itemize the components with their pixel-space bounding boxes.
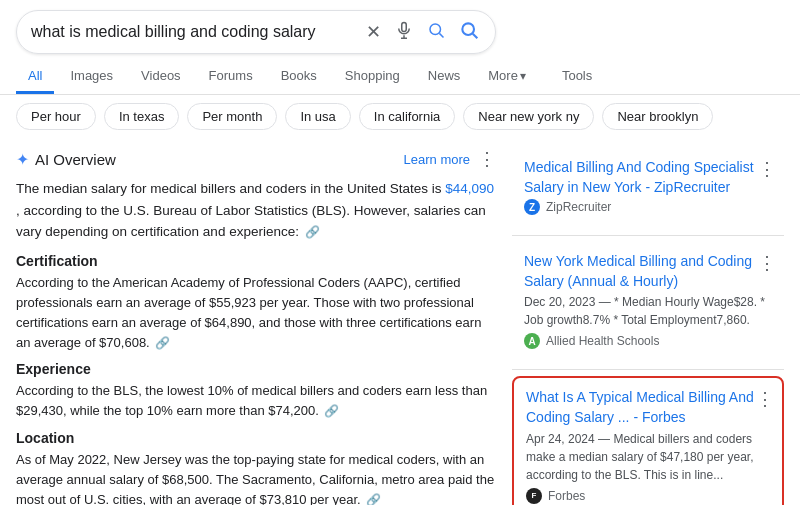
- lens-icon[interactable]: [425, 19, 447, 46]
- card-menu-2[interactable]: ⋮: [758, 252, 776, 274]
- nav-tabs: All Images Videos Forums Books Shopping …: [0, 54, 800, 95]
- result-card-1[interactable]: Medical Billing And Coding Specialist Sa…: [512, 148, 784, 229]
- chip-per-month[interactable]: Per month: [187, 103, 277, 130]
- main-content: ✦ AI Overview Learn more ⋮ The median sa…: [0, 138, 800, 505]
- chip-near-new-york[interactable]: Near new york ny: [463, 103, 594, 130]
- card-menu-1[interactable]: ⋮: [758, 158, 776, 180]
- result-snippet-2: Dec 20, 2023 — * Median Hourly Wage$28. …: [524, 293, 772, 329]
- section-certification-text: According to the American Academy of Pro…: [16, 273, 496, 354]
- right-column: Medical Billing And Coding Specialist Sa…: [512, 138, 784, 505]
- left-column: ✦ AI Overview Learn more ⋮ The median sa…: [16, 138, 496, 505]
- chevron-down-icon: ▾: [520, 69, 526, 83]
- tab-shopping[interactable]: Shopping: [333, 60, 412, 94]
- tab-images[interactable]: Images: [58, 60, 125, 94]
- result-card-3[interactable]: What Is A Typical Medical Billing And Co…: [512, 376, 784, 505]
- result-source-line-2: A Allied Health Schools: [524, 333, 772, 349]
- result-card-2[interactable]: New York Medical Billing and Coding Sala…: [512, 242, 784, 363]
- svg-line-4: [439, 33, 443, 37]
- ai-overview-header: ✦ AI Overview Learn more ⋮: [16, 148, 496, 170]
- tab-tools[interactable]: Tools: [550, 60, 604, 94]
- result-title-1: Medical Billing And Coding Specialist Sa…: [524, 158, 772, 197]
- clear-icon[interactable]: ✕: [364, 19, 383, 45]
- tab-forums[interactable]: Forums: [197, 60, 265, 94]
- section-location-text: As of May 2022, New Jersey was the top-p…: [16, 450, 496, 505]
- filter-chips: Per hour In texas Per month In usa In ca…: [0, 95, 800, 138]
- tab-books[interactable]: Books: [269, 60, 329, 94]
- result-snippet-3: Apr 24, 2024 — Medical billers and coder…: [526, 430, 770, 484]
- source-name-2: Allied Health Schools: [546, 334, 659, 348]
- section-experience-title: Experience: [16, 361, 496, 377]
- citation-link[interactable]: 🔗: [305, 223, 320, 242]
- ai-overview-title: ✦ AI Overview: [16, 150, 116, 169]
- chip-in-california[interactable]: In california: [359, 103, 455, 130]
- svg-line-6: [473, 33, 478, 38]
- svg-point-3: [430, 24, 441, 35]
- search-input[interactable]: [31, 23, 364, 41]
- tab-videos[interactable]: Videos: [129, 60, 193, 94]
- microphone-icon[interactable]: [393, 19, 415, 46]
- result-source-line-3: F Forbes: [526, 488, 770, 504]
- svg-rect-0: [402, 22, 407, 31]
- source-icon-zip: Z: [524, 199, 540, 215]
- result-source-line-1: Z ZipRecruiter: [524, 199, 772, 215]
- citation-link-exp[interactable]: 🔗: [324, 402, 339, 421]
- sparkle-icon: ✦: [16, 150, 29, 169]
- card-menu-3[interactable]: ⋮: [756, 388, 774, 410]
- source-name-3: Forbes: [548, 489, 585, 503]
- source-name-1: ZipRecruiter: [546, 200, 611, 214]
- overview-intro: The median salary for medical billers an…: [16, 178, 496, 243]
- section-location-title: Location: [16, 430, 496, 446]
- section-experience-text: According to the BLS, the lowest 10% of …: [16, 381, 496, 421]
- more-options-icon[interactable]: ⋮: [478, 148, 496, 170]
- ai-overview: ✦ AI Overview Learn more ⋮ The median sa…: [16, 138, 496, 505]
- chip-near-brooklyn[interactable]: Near brooklyn: [602, 103, 713, 130]
- result-title-2: New York Medical Billing and Coding Sala…: [524, 252, 772, 291]
- search-bar-container: ✕: [0, 0, 800, 54]
- learn-more-link[interactable]: Learn more: [404, 152, 470, 167]
- chip-in-texas[interactable]: In texas: [104, 103, 180, 130]
- search-submit-icon[interactable]: [457, 18, 481, 47]
- section-certification-title: Certification: [16, 253, 496, 269]
- chip-per-hour[interactable]: Per hour: [16, 103, 96, 130]
- salary-highlight: $44,090: [445, 181, 494, 196]
- source-icon-allied: A: [524, 333, 540, 349]
- source-icon-forbes: F: [526, 488, 542, 504]
- divider-1: [512, 235, 784, 236]
- svg-point-5: [462, 23, 474, 35]
- citation-link-loc[interactable]: 🔗: [366, 491, 381, 505]
- tab-more[interactable]: More ▾: [476, 60, 538, 94]
- tab-all[interactable]: All: [16, 60, 54, 94]
- search-bar: ✕: [16, 10, 496, 54]
- tab-news[interactable]: News: [416, 60, 473, 94]
- divider-2: [512, 369, 784, 370]
- result-title-3: What Is A Typical Medical Billing And Co…: [526, 388, 770, 427]
- citation-link-cert[interactable]: 🔗: [155, 334, 170, 353]
- chip-in-usa[interactable]: In usa: [285, 103, 350, 130]
